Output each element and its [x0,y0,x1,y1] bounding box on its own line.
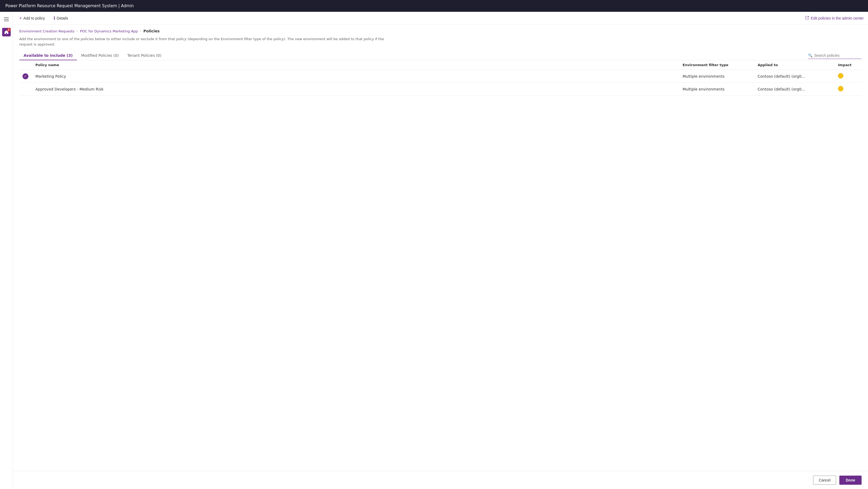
tabs-bar: Available to include (3) Modified Polici… [19,51,862,60]
toolbar-right: Edit policies in the admin center [805,16,864,20]
info-icon: ℹ [54,15,55,21]
table-row[interactable]: ✓ Marketing Policy Multiple environments… [19,70,862,83]
row1-impact-cell [835,70,862,83]
row2-policy-name: Approved Developers - Medium Risk [32,83,679,96]
row2-filter-type: Multiple environments [679,83,754,96]
policies-table: Policy name Environment filter type Appl… [19,60,862,96]
content-area: + Add to policy ℹ Details Edit policies … [13,12,868,489]
col-header-applied: Applied to [754,60,835,70]
details-button[interactable]: ℹ Details [52,14,70,22]
add-to-policy-label: Add to policy [23,16,45,20]
row1-applied-to: Contoso (default) (org0... [754,70,835,83]
page-body: Environment Creation Requests › POC for … [13,25,868,471]
row2-check-cell [19,83,32,96]
breadcrumb-item2[interactable]: POC for Dynamics Marketing App [80,29,138,33]
col-header-check [19,60,32,70]
breadcrumb-current: Policies [143,29,159,33]
table-row[interactable]: Approved Developers - Medium Risk Multip… [19,83,862,96]
breadcrumb-sep2: › [140,29,142,33]
breadcrumb: Environment Creation Requests › POC for … [19,29,862,33]
tab-available[interactable]: Available to include (3) [19,51,77,60]
add-icon: + [19,16,22,21]
search-icon: 🔍 [808,53,812,58]
external-link-icon [805,16,809,20]
breadcrumb-sep1: › [76,29,78,33]
row1-policy-name: Marketing Policy [32,70,679,83]
edit-policies-button[interactable]: Edit policies in the admin center [805,16,864,20]
toolbar: + Add to policy ℹ Details Edit policies … [13,12,868,25]
add-to-policy-button[interactable]: + Add to policy [17,15,47,22]
col-header-impact: Impact [835,60,862,70]
row2-impact-dot [838,86,843,91]
footer: Cancel Done [13,471,868,489]
done-button[interactable]: Done [839,476,862,485]
tab-modified[interactable]: Modified Policies (0) [77,51,123,60]
main-layout: 1 + Add to policy ℹ Details Edit policie… [0,12,868,489]
app-title: Power Platform Resource Request Manageme… [5,3,134,8]
table-body: ✓ Marketing Policy Multiple environments… [19,70,862,96]
row2-impact-cell [835,83,862,96]
col-header-name: Policy name [32,60,679,70]
tab-tenant[interactable]: Tenant Policies (0) [123,51,165,60]
nav-home-item[interactable]: 1 [1,27,12,37]
top-bar: Power Platform Resource Request Manageme… [0,0,868,12]
row1-filter-type: Multiple environments [679,70,754,83]
left-nav: 1 [0,12,13,489]
search-box: 🔍 [808,52,862,59]
svg-rect-1 [4,19,9,20]
details-label: Details [57,16,68,20]
edit-policies-label: Edit policies in the admin center [811,16,864,20]
breadcrumb-item1[interactable]: Environment Creation Requests [19,29,74,33]
row1-check-cell: ✓ [19,70,32,83]
row2-applied-to: Contoso (default) (org0... [754,83,835,96]
svg-rect-2 [4,21,9,21]
table-header: Policy name Environment filter type Appl… [19,60,862,70]
nav-badge: 1 [7,28,11,32]
col-header-filter: Environment filter type [679,60,754,70]
hamburger-menu[interactable] [1,14,12,25]
search-input[interactable] [814,53,857,58]
row1-impact-dot [838,73,843,78]
cancel-button[interactable]: Cancel [813,476,836,485]
page-description: Add the environment to one of the polici… [19,36,394,47]
row1-check-icon: ✓ [23,73,28,79]
svg-rect-0 [4,18,9,18]
